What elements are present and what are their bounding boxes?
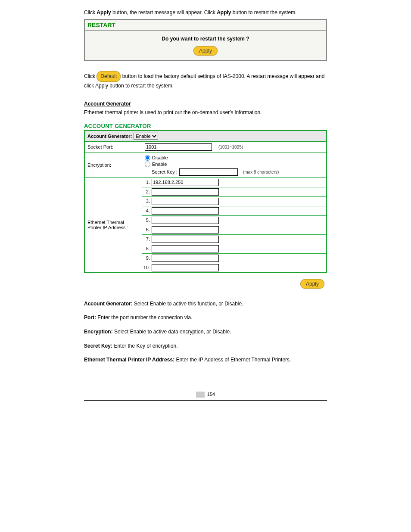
ip-input-2[interactable] xyxy=(152,188,219,196)
ip-input-8[interactable] xyxy=(152,245,219,252)
ip-input-5[interactable] xyxy=(152,217,219,224)
ip-input-4[interactable] xyxy=(152,207,219,215)
ag-section-title: Account Generator xyxy=(84,101,327,107)
default-button[interactable]: Default xyxy=(97,71,121,82)
ip-input-6[interactable] xyxy=(152,226,219,233)
restart-question: Do you want to restart the system ? xyxy=(87,33,324,46)
ip-input-1[interactable] xyxy=(152,179,219,186)
ip-input-10[interactable] xyxy=(152,264,219,271)
footer-divider xyxy=(84,400,327,401)
encryption-disable-radio[interactable] xyxy=(145,155,150,161)
ip-input-9[interactable] xyxy=(152,255,219,262)
ag-apply-button[interactable]: Apply xyxy=(300,279,324,289)
default-paragraph: Click Default button to load the factory… xyxy=(84,71,327,90)
intro-text: Click Apply button, the restart message … xyxy=(84,9,327,16)
ip-input-7[interactable] xyxy=(152,236,219,243)
apply-word-2: Apply xyxy=(217,9,231,16)
ag-top-label: Account Generator: xyxy=(87,134,132,139)
ip-input-3[interactable] xyxy=(152,198,219,205)
bullet-3: Encryption: Select Enable to active data… xyxy=(84,328,327,336)
ag-desc: Ethernet thermal printer is used to prin… xyxy=(84,109,327,117)
printer-label: Ethernet Thermal Printer IP Address : xyxy=(85,178,142,272)
ag-table: Account Generator: Enable Socket Port: (… xyxy=(84,130,327,273)
socket-row: Socket Port: (1001~1005) xyxy=(85,142,326,153)
page-number: 154 xyxy=(207,392,215,397)
encryption-label: Encryption: xyxy=(85,153,142,177)
enable-label: Enable xyxy=(152,162,167,167)
socket-label: Socket Port: xyxy=(85,142,142,152)
printer-row: Ethernet Thermal Printer IP Address : 1.… xyxy=(85,178,326,272)
secret-key-input[interactable] xyxy=(179,168,238,176)
page-number-wrap: 154 xyxy=(84,392,327,398)
bullet-4: Secret Key: Enter the Key of encryption. xyxy=(84,342,327,350)
bullet-2: Port: Enter the port number the connecti… xyxy=(84,314,327,322)
disable-label: Disable xyxy=(152,155,168,160)
ag-enable-select[interactable]: Enable xyxy=(134,133,158,140)
socket-hint: (1001~1005) xyxy=(218,145,243,149)
encryption-row: Encryption: Disable Enable Secret Key : … xyxy=(85,153,326,178)
apply-word-1: Apply xyxy=(97,9,111,16)
bullet-1: Account Generator: Select Enable to acti… xyxy=(84,300,327,308)
page-box-icon xyxy=(196,392,205,398)
encryption-enable-radio[interactable] xyxy=(145,162,150,167)
socket-input[interactable] xyxy=(145,143,212,151)
restart-panel: RESTART Do you want to restart the syste… xyxy=(84,19,327,61)
secret-key-label: Secret Key : xyxy=(152,169,177,174)
ag-top-row: Account Generator: Enable xyxy=(85,131,326,142)
ag-panel-header: ACCOUNT GENERATOR xyxy=(84,123,327,129)
restart-header: RESTART xyxy=(85,20,326,31)
restart-apply-button[interactable]: Apply xyxy=(193,46,218,56)
bullet-5: Ethernet Thermal Printer IP Address: Ent… xyxy=(84,356,327,364)
secret-hint: (max 8 characters) xyxy=(243,170,279,174)
